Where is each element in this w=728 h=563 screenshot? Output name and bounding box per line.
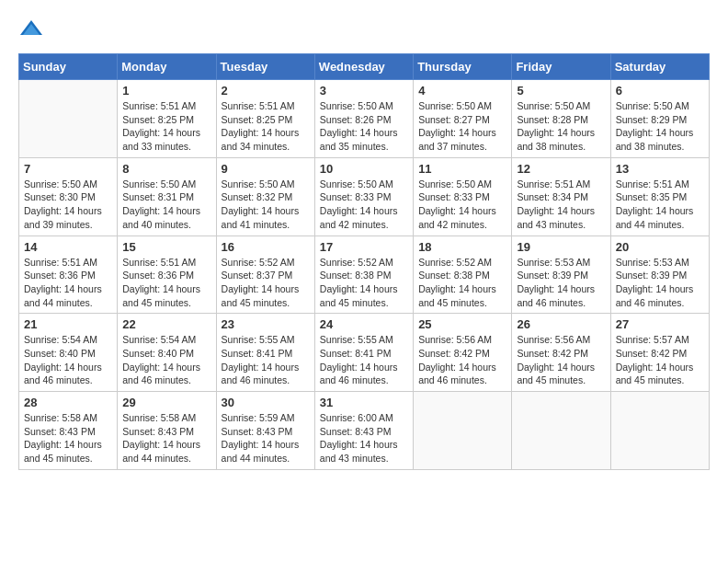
weekday-header-row: SundayMondayTuesdayWednesdayThursdayFrid… (19, 54, 710, 80)
cell-info: Sunrise: 5:59 AM Sunset: 8:43 PM Dayligh… (222, 411, 310, 465)
day-number: 11 (418, 162, 506, 176)
calendar-cell: 24Sunrise: 5:55 AM Sunset: 8:41 PM Dayli… (314, 314, 413, 392)
cell-info: Sunrise: 5:57 AM Sunset: 8:42 PM Dayligh… (616, 333, 704, 387)
calendar-cell: 23Sunrise: 5:55 AM Sunset: 8:41 PM Dayli… (216, 314, 314, 392)
day-number: 23 (222, 317, 310, 331)
cell-info: Sunrise: 5:50 AM Sunset: 8:30 PM Dayligh… (24, 178, 112, 232)
day-number: 29 (122, 396, 210, 409)
weekday-header-thursday: Thursday (414, 54, 512, 80)
calendar-cell: 1Sunrise: 5:51 AM Sunset: 8:25 PM Daylig… (118, 80, 216, 158)
day-number: 13 (616, 162, 704, 176)
cell-info: Sunrise: 5:50 AM Sunset: 8:27 PM Dayligh… (418, 99, 506, 154)
cell-info: Sunrise: 5:58 AM Sunset: 8:43 PM Dayligh… (122, 411, 210, 465)
weekday-header-wednesday: Wednesday (314, 54, 413, 80)
day-number: 6 (616, 84, 704, 98)
weekday-header-friday: Friday (512, 54, 610, 80)
page-header (18, 18, 710, 39)
cell-info: Sunrise: 5:50 AM Sunset: 8:26 PM Dayligh… (320, 99, 408, 154)
weekday-header-saturday: Saturday (610, 54, 709, 80)
cell-info: Sunrise: 6:00 AM Sunset: 8:43 PM Dayligh… (320, 411, 408, 465)
calendar-cell: 29Sunrise: 5:58 AM Sunset: 8:43 PM Dayli… (118, 392, 216, 470)
calendar-cell: 19Sunrise: 5:53 AM Sunset: 8:39 PM Dayli… (512, 236, 610, 314)
weekday-header-tuesday: Tuesday (216, 54, 314, 80)
calendar-cell: 14Sunrise: 5:51 AM Sunset: 8:36 PM Dayli… (19, 236, 118, 314)
cell-info: Sunrise: 5:50 AM Sunset: 8:28 PM Dayligh… (517, 99, 605, 154)
cell-info: Sunrise: 5:51 AM Sunset: 8:35 PM Dayligh… (616, 178, 704, 232)
calendar-cell: 4Sunrise: 5:50 AM Sunset: 8:27 PM Daylig… (414, 80, 512, 158)
calendar-cell: 18Sunrise: 5:52 AM Sunset: 8:38 PM Dayli… (414, 236, 512, 314)
day-number: 27 (616, 317, 704, 331)
week-row-2: 7Sunrise: 5:50 AM Sunset: 8:30 PM Daylig… (19, 157, 710, 236)
calendar-cell (19, 80, 118, 158)
cell-info: Sunrise: 5:52 AM Sunset: 8:37 PM Dayligh… (222, 256, 310, 310)
cell-info: Sunrise: 5:55 AM Sunset: 8:41 PM Dayligh… (320, 333, 408, 387)
calendar-cell: 7Sunrise: 5:50 AM Sunset: 8:30 PM Daylig… (19, 157, 118, 236)
calendar-cell (610, 392, 709, 470)
day-number: 26 (517, 317, 605, 331)
day-number: 12 (517, 162, 605, 176)
cell-info: Sunrise: 5:51 AM Sunset: 8:25 PM Dayligh… (222, 99, 310, 154)
day-number: 17 (320, 240, 408, 254)
day-number: 28 (24, 396, 112, 409)
calendar-cell: 9Sunrise: 5:50 AM Sunset: 8:32 PM Daylig… (216, 157, 314, 236)
day-number: 19 (517, 240, 605, 254)
calendar-cell: 12Sunrise: 5:51 AM Sunset: 8:34 PM Dayli… (512, 157, 610, 236)
calendar-cell (414, 392, 512, 470)
cell-info: Sunrise: 5:52 AM Sunset: 8:38 PM Dayligh… (320, 256, 408, 310)
cell-info: Sunrise: 5:56 AM Sunset: 8:42 PM Dayligh… (418, 333, 506, 387)
day-number: 4 (418, 84, 506, 98)
logo-icon (18, 18, 44, 39)
calendar-cell: 10Sunrise: 5:50 AM Sunset: 8:33 PM Dayli… (314, 157, 413, 236)
calendar-cell: 17Sunrise: 5:52 AM Sunset: 8:38 PM Dayli… (314, 236, 413, 314)
day-number: 20 (616, 240, 704, 254)
day-number: 25 (418, 317, 506, 331)
cell-info: Sunrise: 5:54 AM Sunset: 8:40 PM Dayligh… (122, 333, 210, 387)
day-number: 18 (418, 240, 506, 254)
cell-info: Sunrise: 5:53 AM Sunset: 8:39 PM Dayligh… (616, 256, 704, 310)
cell-info: Sunrise: 5:52 AM Sunset: 8:38 PM Dayligh… (418, 256, 506, 310)
day-number: 31 (320, 396, 408, 409)
week-row-3: 14Sunrise: 5:51 AM Sunset: 8:36 PM Dayli… (19, 236, 710, 314)
day-number: 24 (320, 317, 408, 331)
cell-info: Sunrise: 5:50 AM Sunset: 8:33 PM Dayligh… (320, 178, 408, 232)
calendar-cell: 30Sunrise: 5:59 AM Sunset: 8:43 PM Dayli… (216, 392, 314, 470)
calendar-cell: 15Sunrise: 5:51 AM Sunset: 8:36 PM Dayli… (118, 236, 216, 314)
weekday-header-sunday: Sunday (19, 54, 118, 80)
calendar-cell: 2Sunrise: 5:51 AM Sunset: 8:25 PM Daylig… (216, 80, 314, 158)
cell-info: Sunrise: 5:50 AM Sunset: 8:31 PM Dayligh… (122, 178, 210, 232)
day-number: 8 (122, 162, 210, 176)
cell-info: Sunrise: 5:51 AM Sunset: 8:36 PM Dayligh… (122, 256, 210, 310)
cell-info: Sunrise: 5:55 AM Sunset: 8:41 PM Dayligh… (222, 333, 310, 387)
calendar-cell: 22Sunrise: 5:54 AM Sunset: 8:40 PM Dayli… (118, 314, 216, 392)
day-number: 15 (122, 240, 210, 254)
day-number: 16 (222, 240, 310, 254)
week-row-1: 1Sunrise: 5:51 AM Sunset: 8:25 PM Daylig… (19, 80, 710, 158)
day-number: 7 (24, 162, 112, 176)
calendar-table: SundayMondayTuesdayWednesdayThursdayFrid… (18, 53, 710, 470)
day-number: 21 (24, 317, 112, 331)
cell-info: Sunrise: 5:56 AM Sunset: 8:42 PM Dayligh… (517, 333, 605, 387)
calendar-cell: 25Sunrise: 5:56 AM Sunset: 8:42 PM Dayli… (414, 314, 512, 392)
day-number: 22 (122, 317, 210, 331)
day-number: 9 (222, 162, 310, 176)
day-number: 30 (222, 396, 310, 409)
cell-info: Sunrise: 5:51 AM Sunset: 8:25 PM Dayligh… (122, 99, 210, 154)
day-number: 10 (320, 162, 408, 176)
calendar-cell: 11Sunrise: 5:50 AM Sunset: 8:33 PM Dayli… (414, 157, 512, 236)
calendar-cell: 21Sunrise: 5:54 AM Sunset: 8:40 PM Dayli… (19, 314, 118, 392)
logo (18, 18, 48, 39)
cell-info: Sunrise: 5:53 AM Sunset: 8:39 PM Dayligh… (517, 256, 605, 310)
calendar-cell: 20Sunrise: 5:53 AM Sunset: 8:39 PM Dayli… (610, 236, 709, 314)
day-number: 14 (24, 240, 112, 254)
calendar-cell: 8Sunrise: 5:50 AM Sunset: 8:31 PM Daylig… (118, 157, 216, 236)
cell-info: Sunrise: 5:58 AM Sunset: 8:43 PM Dayligh… (24, 411, 112, 465)
calendar-cell: 31Sunrise: 6:00 AM Sunset: 8:43 PM Dayli… (314, 392, 413, 470)
cell-info: Sunrise: 5:51 AM Sunset: 8:34 PM Dayligh… (517, 178, 605, 232)
cell-info: Sunrise: 5:54 AM Sunset: 8:40 PM Dayligh… (24, 333, 112, 387)
week-row-5: 28Sunrise: 5:58 AM Sunset: 8:43 PM Dayli… (19, 392, 710, 470)
calendar-cell: 16Sunrise: 5:52 AM Sunset: 8:37 PM Dayli… (216, 236, 314, 314)
day-number: 5 (517, 84, 605, 98)
cell-info: Sunrise: 5:50 AM Sunset: 8:33 PM Dayligh… (418, 178, 506, 232)
week-row-4: 21Sunrise: 5:54 AM Sunset: 8:40 PM Dayli… (19, 314, 710, 392)
cell-info: Sunrise: 5:51 AM Sunset: 8:36 PM Dayligh… (24, 256, 112, 310)
